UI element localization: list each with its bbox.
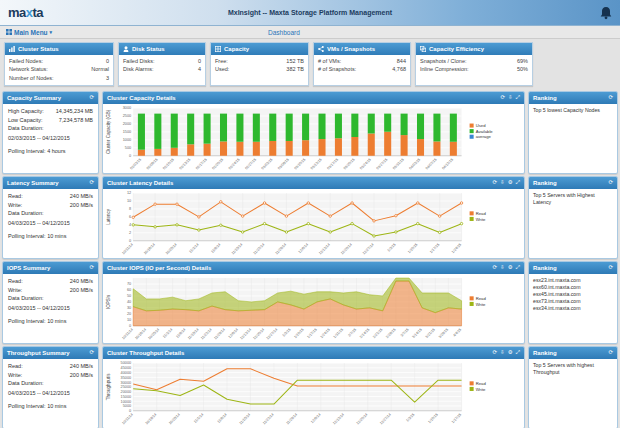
svg-text:11/8/14: 11/8/14 [210, 242, 221, 253]
svg-text:10/18/14: 10/18/14 [134, 327, 147, 340]
stat-row: # of Snapshots:4,768 [318, 65, 406, 73]
stat-label: Write: [8, 286, 22, 295]
breadcrumb[interactable]: Dashboard [268, 29, 300, 36]
ranking-server-list: esx23.int.maxta.comesx60.int.maxta.comes… [529, 274, 617, 343]
settings-gear-icon[interactable]: ⚙ [508, 265, 513, 271]
status-card-disk-status: Disk Status Failed Disks:0Disk Alarms:4 [118, 42, 206, 86]
svg-text:2500: 2500 [123, 114, 131, 118]
stat-value: 69% [517, 57, 528, 65]
refresh-icon[interactable]: ⟳ [608, 350, 613, 356]
svg-text:1/3/15: 1/3/15 [405, 412, 415, 422]
stat-row: Free:152 TB [215, 57, 304, 65]
stat-row: Number of Nodes:3 [9, 74, 109, 82]
expand-icon[interactable]: ⤢ [516, 265, 520, 271]
main-menu-button[interactable]: Main Menu ▾ [6, 29, 52, 36]
download-icon[interactable]: ⇩ [500, 265, 505, 271]
stat-label: Snapshots / Clone: [420, 57, 466, 65]
svg-text:Latency: Latency [106, 208, 111, 225]
panel-header: Cluster Latency Details ⟳ ⇩ ⚙ ⤢ [103, 177, 524, 189]
card-header: Capacity Efficiency [416, 43, 532, 55]
dashboard-row-throughput: Throughput Summary ⟳ Read:240 MB/sWrite:… [2, 346, 618, 428]
stat-row: Failed Nodes:0 [9, 57, 109, 65]
refresh-icon[interactable]: ⟳ [89, 95, 94, 101]
panel-title: Latency Summary [7, 180, 59, 186]
svg-text:IOPS/s: IOPS/s [106, 294, 111, 309]
cluster-latency-chart: 02468101210/11/1410/18/1410/25/1411/1/14… [103, 189, 524, 258]
card-title: Cluster Status [18, 46, 59, 52]
svg-text:30: 30 [127, 306, 131, 310]
refresh-icon[interactable]: ⟳ [89, 180, 94, 186]
svg-text:60: 60 [127, 288, 131, 292]
stat-value: 382 TB [286, 65, 304, 73]
expand-icon[interactable]: ⤢ [516, 350, 520, 356]
stat-label: Free: [215, 57, 228, 65]
card-body: Free:152 TBUsed:382 TB [211, 55, 308, 77]
cluster-capacity-chart: 05001000150020002500300002/03/1502/06/15… [103, 104, 524, 173]
stat-row: Failed Disks:0 [123, 57, 201, 65]
svg-text:03/06/15: 03/06/15 [277, 157, 290, 170]
latency-summary-panel: Latency Summary ⟳ Read:240 MB/sWrite:200… [2, 176, 99, 259]
iops-summary-panel: IOPS Summary ⟳ Read:240 MB/sWrite:200 MB… [2, 261, 99, 344]
stat-row: Write:200 MB/s [8, 286, 93, 295]
refresh-icon[interactable]: ⟳ [89, 265, 94, 271]
svg-text:5000: 5000 [123, 404, 131, 408]
svg-text:12/13/14: 12/13/14 [318, 242, 331, 255]
refresh-icon[interactable]: ⟳ [492, 180, 497, 186]
refresh-icon[interactable]: ⟳ [608, 265, 613, 271]
svg-text:02/27/15: 02/27/15 [244, 157, 257, 170]
svg-text:10/11/14: 10/11/14 [121, 242, 134, 255]
panel-title: Throughput Summary [7, 350, 70, 356]
svg-text:3/28/15: 3/28/15 [438, 327, 449, 338]
stat-label: Inline Compression: [420, 65, 469, 73]
ranking-list-item: esx34.int.maxta.com [533, 305, 613, 312]
throughput-summary-panel: Throughput Summary ⟳ Read:240 MB/sWrite:… [2, 346, 99, 428]
svg-text:12: 12 [127, 191, 131, 195]
svg-text:2000: 2000 [123, 122, 131, 126]
refresh-icon[interactable]: ⟳ [608, 95, 613, 101]
refresh-icon[interactable]: ⟳ [492, 265, 497, 271]
refresh-icon[interactable]: ⟳ [492, 350, 497, 356]
svg-text:11/22/14: 11/22/14 [253, 242, 266, 255]
stat-value: 0 [198, 57, 201, 65]
refresh-icon[interactable]: ⟳ [89, 350, 94, 356]
svg-text:10/18/14: 10/18/14 [143, 242, 156, 255]
svg-text:50000: 50000 [121, 361, 132, 365]
main-menu-label: Main Menu [14, 29, 48, 36]
download-icon[interactable]: ⇩ [500, 350, 505, 356]
stat-value: 200 MB/s [70, 371, 93, 380]
expand-icon[interactable]: ⤢ [516, 95, 520, 101]
svg-text:10/18/14: 10/18/14 [145, 412, 158, 425]
polling-interval: Polling Interval: 10 mins [8, 232, 93, 241]
cluster-iops-details-panel: Cluster IOPS (IO per Second) Details ⟳ ⇩… [102, 261, 525, 344]
svg-text:11/29/14: 11/29/14 [275, 242, 288, 255]
expand-icon[interactable]: ⤢ [516, 180, 520, 186]
download-icon[interactable]: ⇩ [508, 95, 513, 101]
settings-gear-icon[interactable]: ⚙ [508, 180, 513, 186]
card-header: Capacity [211, 43, 308, 55]
ranking-list-item: esx73.int.maxta.com [533, 298, 613, 305]
svg-text:10/11/14: 10/11/14 [121, 327, 134, 340]
stat-row: Read:240 MB/s [8, 362, 93, 371]
notifications-bell-icon[interactable] [600, 6, 612, 20]
refresh-icon[interactable]: ⟳ [500, 95, 505, 101]
svg-text:11/15/14: 11/15/14 [187, 327, 200, 340]
svg-text:04/03/15: 04/03/15 [408, 157, 421, 170]
svg-text:10: 10 [127, 318, 131, 322]
svg-text:11/1/14: 11/1/14 [188, 242, 199, 253]
svg-text:03/17/15: 03/17/15 [326, 157, 339, 170]
panel-title: Cluster Capacity Details [107, 95, 176, 101]
svg-text:1/24/15: 1/24/15 [320, 327, 331, 338]
settings-gear-icon[interactable]: ⚙ [508, 350, 513, 356]
card-body: Failed Nodes:0Network Status:NormalNumbe… [5, 55, 113, 85]
svg-text:500: 500 [125, 146, 131, 150]
stat-label: Used: [215, 65, 229, 73]
stat-row: Write:200 MB/s [8, 201, 93, 210]
svg-text:1/17/15: 1/17/15 [451, 412, 462, 423]
download-icon[interactable]: ⇩ [500, 180, 505, 186]
refresh-icon[interactable]: ⟳ [608, 180, 613, 186]
svg-text:1500: 1500 [123, 130, 131, 134]
svg-text:Write: Write [476, 301, 486, 306]
panel-header: Capacity Summary ⟳ [3, 92, 98, 104]
efficiency-icon [420, 46, 426, 52]
svg-text:11/1/14: 11/1/14 [193, 412, 204, 423]
